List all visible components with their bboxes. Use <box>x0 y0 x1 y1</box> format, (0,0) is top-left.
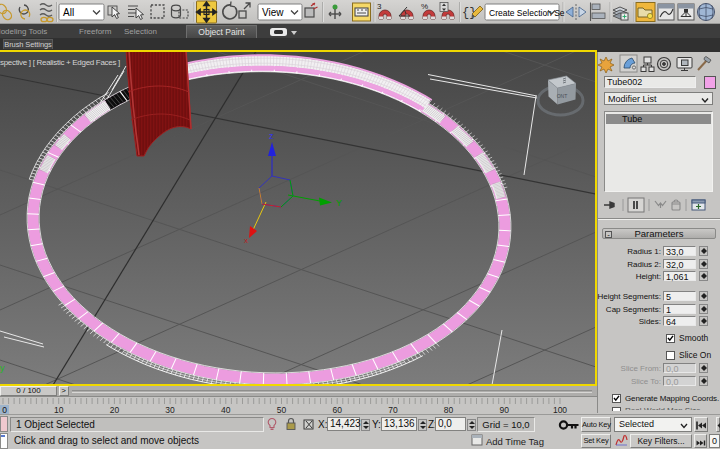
svg-text:x: x <box>244 236 248 245</box>
svg-text:60: 60 <box>332 405 342 415</box>
svg-text:spective ] [ Realistic + Edged: spective ] [ Realistic + Edged Faces ] <box>0 58 120 67</box>
svg-text:3: 3 <box>377 2 382 11</box>
svg-text:70: 70 <box>388 405 398 415</box>
svg-text:z: z <box>269 131 274 141</box>
svg-text:30: 30 <box>165 405 175 415</box>
svg-text:10: 10 <box>54 405 64 415</box>
svg-text:40: 40 <box>221 405 231 415</box>
svg-text:80: 80 <box>444 405 454 415</box>
svg-text:20: 20 <box>110 405 120 415</box>
svg-text:All: All <box>63 7 74 18</box>
svg-text:0: 0 <box>2 405 7 415</box>
svg-text:100: 100 <box>553 405 567 415</box>
svg-text:ONT: ONT <box>557 93 568 99</box>
svg-text:50: 50 <box>277 405 287 415</box>
svg-text:y: y <box>0 363 5 373</box>
svg-text:90: 90 <box>500 405 510 415</box>
svg-text:%: % <box>421 2 428 11</box>
svg-text:Y: Y <box>336 198 342 208</box>
svg-text:View: View <box>262 7 284 18</box>
